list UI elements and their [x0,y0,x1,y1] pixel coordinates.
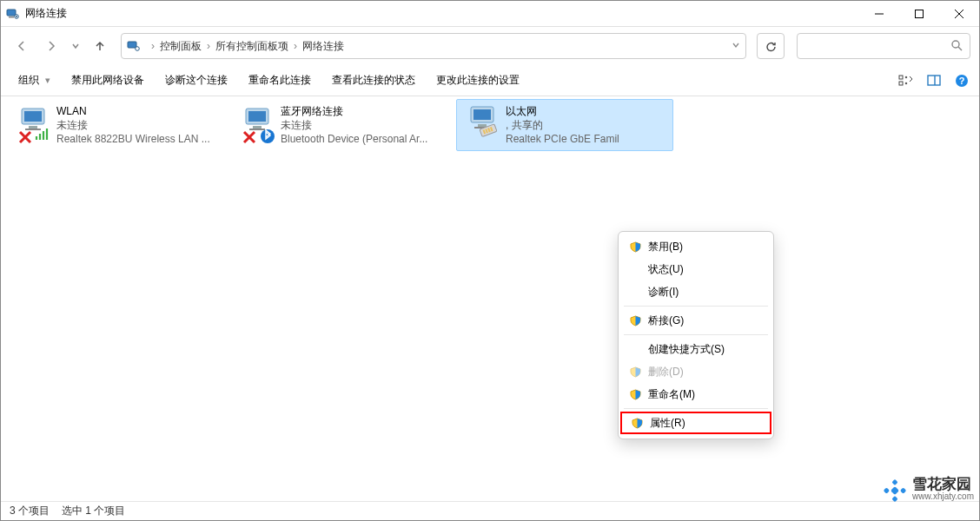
up-button[interactable] [88,34,112,58]
toolbar-rename[interactable]: 重命名此连接 [240,69,320,91]
chevron-down-icon: ▾ [45,75,50,85]
ctx-rename[interactable]: 重命名(M) [619,383,773,406]
connection-status: 未连接 [281,118,427,132]
svg-rect-43 [891,496,897,502]
shield-icon [631,417,643,429]
shield-icon [629,241,641,253]
ctx-properties[interactable]: 属性(R) [620,412,771,434]
ctx-disable[interactable]: 禁用(B) [619,235,773,258]
connection-status: , 共享的 [506,118,619,132]
svg-rect-23 [25,129,41,130]
svg-line-11 [958,47,962,50]
connection-item-wlan[interactable]: WLAN 未连接 Realtek 8822BU Wireless LAN ... [8,100,225,150]
menu-separator [624,408,768,409]
breadcrumb-sep-icon: › [294,40,297,52]
connection-status: 未连接 [56,118,210,132]
menu-separator [624,306,768,307]
menu-separator [624,334,768,335]
svg-rect-34 [473,109,491,120]
svg-rect-8 [128,42,136,48]
svg-rect-44 [884,487,890,493]
search-input[interactable] [797,33,970,59]
shield-icon [629,388,641,400]
content-area: WLAN 未连接 Realtek 8822BU Wireless LAN ...… [1,96,979,503]
ctx-delete: 删除(D) [619,360,773,383]
window-title: 网络连接 [25,6,859,21]
svg-rect-27 [248,111,266,122]
minimize-button[interactable] [859,1,899,26]
snowflake-icon [883,478,907,503]
svg-point-15 [905,82,907,84]
breadcrumb[interactable]: › 控制面板 › 所有控制面板项 › 网络连接 [121,33,746,59]
chevron-down-icon[interactable] [732,40,740,52]
back-button[interactable] [10,34,34,58]
breadcrumb-item[interactable]: 所有控制面板项 [215,39,288,54]
svg-rect-12 [899,76,903,79]
shield-icon [629,314,641,326]
svg-rect-22 [29,126,37,129]
help-button[interactable]: ? [953,72,970,89]
connection-device: Realtek 8822BU Wireless LAN ... [56,132,210,146]
ctx-bridge[interactable]: 桥接(G) [619,309,773,332]
toolbar-view-status[interactable]: 查看此连接的状态 [323,69,424,91]
context-menu: 禁用(B) 状态(U) 诊断(I) 桥接(G) 创建快捷方式(S) 删除(D) … [618,231,774,439]
svg-rect-21 [24,111,42,122]
watermark-url: www.xhjaty.com [912,491,974,503]
svg-rect-35 [478,124,487,127]
breadcrumb-sep-icon: › [151,40,155,52]
watermark-title: 雪花家园 [912,478,974,491]
svg-rect-13 [899,82,903,85]
network-adapter-icon [237,103,281,147]
navigation-row: › 控制面板 › 所有控制面板项 › 网络连接 [1,27,979,65]
status-bar: 3 个项目 选中 1 个项目 [1,501,979,520]
svg-rect-5 [916,10,924,17]
svg-point-9 [136,47,140,51]
app-icon [6,7,20,21]
titlebar: 网络连接 [1,1,979,27]
connection-item-ethernet[interactable]: 以太网 , 共享的 Realtek PCIe GbE Famil [456,99,673,151]
shield-icon [629,366,641,378]
status-item-count: 3 个项目 [10,504,50,518]
connection-device: Bluetooth Device (Personal Ar... [281,132,427,146]
svg-rect-1 [9,16,14,18]
connection-name: WLAN [56,104,210,118]
toolbar-change-settings[interactable]: 更改此连接的设置 [427,69,528,91]
breadcrumb-icon [127,39,141,53]
connection-item-bluetooth[interactable]: 蓝牙网络连接 未连接 Bluetooth Device (Personal Ar… [232,100,449,150]
refresh-button[interactable] [757,33,785,59]
connection-device: Realtek PCIe GbE Famil [506,132,619,146]
svg-point-10 [952,41,959,48]
view-options-button[interactable] [897,72,915,89]
ctx-status[interactable]: 状态(U) [619,258,773,280]
status-selected-count: 选中 1 个项目 [62,504,125,518]
window-controls [859,1,979,26]
recent-button[interactable] [69,34,83,58]
maximize-button[interactable] [899,1,939,26]
breadcrumb-item[interactable]: 控制面板 [160,39,202,54]
svg-point-3 [16,16,17,17]
svg-rect-42 [891,479,897,485]
forward-button[interactable] [39,34,63,58]
connection-name: 以太网 [506,104,619,118]
svg-rect-29 [249,129,265,130]
preview-pane-button[interactable] [925,72,943,89]
breadcrumb-item[interactable]: 网络连接 [302,39,344,54]
search-icon [950,39,963,54]
svg-rect-28 [253,126,262,129]
network-adapter-icon [462,103,506,147]
ctx-diagnose[interactable]: 诊断(I) [619,280,773,303]
close-button[interactable] [939,1,979,26]
breadcrumb-sep-icon: › [207,40,210,52]
toolbar-disable-device[interactable]: 禁用此网络设备 [63,69,153,91]
ctx-shortcut[interactable]: 创建快捷方式(S) [619,338,773,360]
svg-rect-46 [891,486,899,495]
connection-name: 蓝牙网络连接 [281,104,427,118]
organize-button[interactable]: 组织 ▾ [10,69,59,91]
svg-rect-16 [928,76,940,85]
watermark: 雪花家园 www.xhjaty.com [883,478,974,503]
toolbar-diagnose[interactable]: 诊断这个连接 [156,69,236,91]
svg-rect-45 [900,487,906,493]
svg-rect-0 [7,10,16,16]
network-adapter-icon [13,103,56,147]
toolbar: 组织 ▾ 禁用此网络设备 诊断这个连接 重命名此连接 查看此连接的状态 更改此连… [1,65,979,96]
